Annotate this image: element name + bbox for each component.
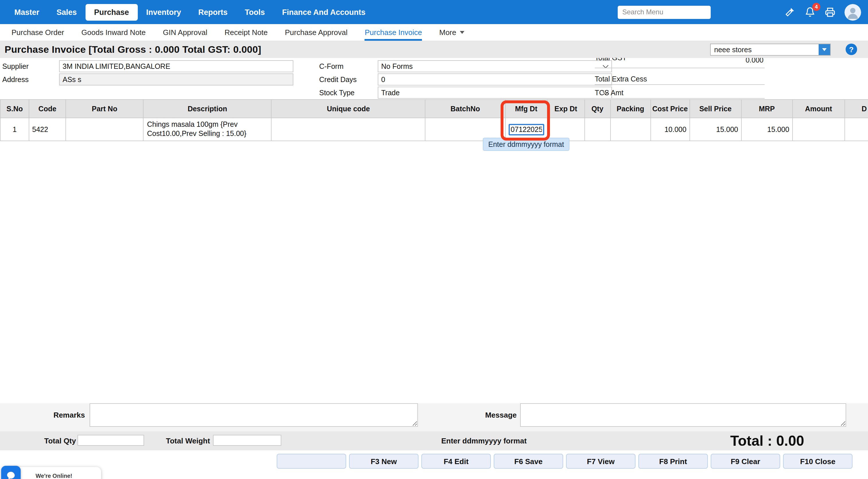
tab-gin-approval[interactable]: GIN Approval: [163, 24, 208, 41]
supplier-label: Supplier: [2, 63, 29, 71]
col-header-amount: Amount: [793, 100, 845, 118]
printer-icon[interactable]: [825, 6, 836, 18]
tab-purchase-invoice[interactable]: Purchase Invoice: [365, 24, 422, 41]
grand-total-value: 0.00: [776, 433, 804, 449]
f6-save-button[interactable]: F6 Save: [494, 454, 563, 469]
date-format-tooltip: Enter ddmmyyyy format: [483, 138, 569, 151]
col-header-packing: Packing: [610, 100, 650, 118]
store-dropdown-button[interactable]: [818, 44, 830, 55]
total-extra-cess-field: Total Extra Cess: [595, 73, 765, 85]
stock-type-select[interactable]: Trade: [378, 87, 612, 99]
f4-edit-button[interactable]: F4 Edit: [422, 454, 491, 469]
cell-amount[interactable]: [793, 118, 845, 141]
col-header-unique-code: Unique code: [272, 100, 425, 118]
cform-label: C-Form: [319, 63, 344, 71]
col-header-batch-no: BatchNo: [425, 100, 505, 118]
col-header-sno: S.No: [0, 100, 29, 118]
cell-unique-code[interactable]: [272, 118, 425, 141]
total-gst-label: Total GST: [595, 58, 627, 62]
notifications-bell-icon[interactable]: 4: [804, 6, 816, 18]
remarks-section: Remarks Message: [0, 403, 868, 432]
mfg-date-input[interactable]: [508, 124, 544, 135]
store-select-value: neee stores: [711, 44, 818, 55]
credit-days-label: Credit Days: [319, 76, 357, 84]
blank-button[interactable]: [277, 454, 346, 469]
menu-master[interactable]: Master: [6, 4, 48, 20]
address-input[interactable]: [59, 73, 293, 85]
col-header-qty: Qty: [584, 100, 610, 118]
f9-clear-button[interactable]: F9 Clear: [711, 454, 780, 469]
tab-purchase-order[interactable]: Purchase Order: [11, 24, 64, 41]
cform-value: No Forms: [381, 62, 413, 70]
brush-icon[interactable]: [784, 6, 796, 18]
remarks-label: Remarks: [51, 411, 85, 419]
cell-packing[interactable]: [610, 118, 650, 141]
tab-goods-inward-note[interactable]: Goods Inward Note: [82, 24, 146, 41]
action-buttons-section: F3 New F4 Edit F6 Save F7 View F8 Print …: [0, 450, 868, 479]
menu-reports[interactable]: Reports: [190, 4, 236, 20]
f3-new-button[interactable]: F3 New: [349, 454, 418, 469]
tab-more-label: More: [439, 28, 456, 36]
col-header-code: Code: [29, 100, 66, 118]
cell-mfg-dt: [505, 118, 547, 141]
menu-finance-and-accounts[interactable]: Finance And Accounts: [274, 4, 374, 20]
tab-receipt-note[interactable]: Receipt Note: [224, 24, 268, 41]
stock-type-label: Stock Type: [319, 89, 354, 97]
message-label: Message: [479, 411, 517, 419]
menu-purchase[interactable]: Purchase: [86, 4, 138, 20]
invoice-form: Supplier Address C-Form No Forms Credit …: [0, 58, 868, 99]
f8-print-button[interactable]: F8 Print: [639, 454, 708, 469]
tab-purchase-approval[interactable]: Purchase Approval: [285, 24, 348, 41]
menu-sales[interactable]: Sales: [48, 4, 86, 20]
cell-sell-price[interactable]: 15.000: [689, 118, 741, 141]
cell-sno[interactable]: 1: [0, 118, 29, 141]
triangle-down-icon: [822, 48, 827, 51]
address-label: Address: [2, 76, 29, 84]
store-select[interactable]: neee stores: [710, 44, 831, 56]
cell-description[interactable]: Chings masala 100gm {Prev Cost10.00,Prev…: [143, 118, 271, 141]
col-header-part-no: Part No: [66, 100, 143, 118]
grand-total-label: Total :: [730, 433, 772, 449]
chevron-down-icon: [460, 31, 464, 34]
cell-exp-dt[interactable]: [547, 118, 584, 141]
supplier-input[interactable]: [59, 60, 293, 72]
help-button[interactable]: ?: [846, 44, 857, 55]
cell-disc[interactable]: [845, 118, 868, 141]
f10-close-button[interactable]: F10 Close: [783, 454, 852, 469]
menu-tools[interactable]: Tools: [236, 4, 274, 20]
cform-select[interactable]: No Forms: [378, 60, 612, 72]
table-row: 1 5422 Chings masala 100gm {Prev Cost10.…: [0, 118, 868, 141]
search-menu-input[interactable]: [618, 5, 711, 19]
purchase-tabbar: Purchase Order Goods Inward Note GIN App…: [0, 24, 868, 41]
grand-total: Total : 0.00: [730, 432, 804, 450]
date-format-hint: Enter ddmmyyyy format: [441, 432, 527, 450]
credit-days-input[interactable]: [378, 73, 612, 85]
col-header-mfg-dt: Mfg Dt: [505, 100, 547, 118]
cell-qty[interactable]: [584, 118, 610, 141]
menu-inventory[interactable]: Inventory: [137, 4, 190, 20]
cell-batch-no[interactable]: [425, 118, 505, 141]
col-header-cost-price: Cost Price: [650, 100, 689, 118]
tcs-amt-field: TCS Amt: [595, 88, 765, 99]
remarks-textarea[interactable]: [90, 403, 418, 427]
total-gst-value: 0.000: [745, 58, 764, 64]
total-weight-label: Total Weight: [166, 437, 210, 445]
total-weight-input[interactable]: [213, 435, 281, 446]
col-header-disc: D: [845, 100, 868, 118]
chat-status-text: We're Online!: [36, 472, 72, 479]
cell-part-no[interactable]: [66, 118, 143, 141]
message-textarea[interactable]: [520, 403, 846, 427]
table-header-row: S.No Code Part No Description Unique cod…: [0, 100, 868, 118]
col-header-mrp: MRP: [741, 100, 792, 118]
cell-code[interactable]: 5422: [29, 118, 66, 141]
total-qty-input[interactable]: [78, 435, 144, 446]
f7-view-button[interactable]: F7 View: [566, 454, 636, 469]
tab-more[interactable]: More: [439, 24, 464, 41]
cell-mrp[interactable]: 15.000: [741, 118, 792, 141]
cell-cost-price[interactable]: 10.000: [650, 118, 689, 141]
totals-section: Total Qty Total Weight Enter ddmmyyyy fo…: [0, 432, 868, 450]
user-avatar[interactable]: [844, 4, 861, 20]
function-button-row: F3 New F4 Edit F6 Save F7 View F8 Print …: [277, 454, 852, 469]
total-extra-cess-label: Total Extra Cess: [595, 75, 647, 83]
chat-bubble-icon[interactable]: [1, 466, 21, 479]
